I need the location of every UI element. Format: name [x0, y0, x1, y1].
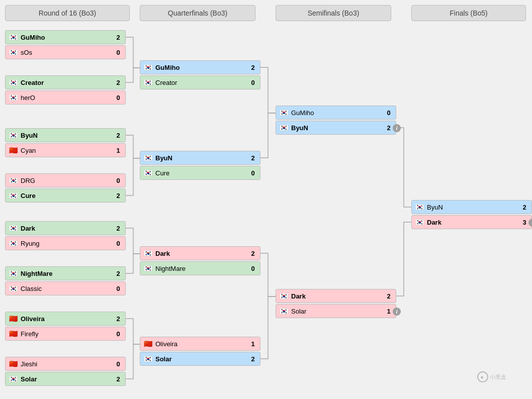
bracket-container: Round of 16 (Bo3) Quarterfinals (Bo3) Se…	[0, 0, 532, 399]
player-name: ByuN	[291, 124, 384, 132]
final-p1: 🇰🇷 ByuN 2	[411, 200, 532, 214]
player-score: 0	[113, 285, 125, 292]
flag-kr: 🇰🇷	[7, 239, 19, 248]
player-score: 0	[113, 240, 125, 247]
player-name: Classic	[21, 285, 113, 292]
r16-m7p2: 🇨🇳 Firefly 0	[5, 327, 126, 341]
watermark: ♦ 小黑盒	[477, 371, 517, 384]
player-score: 2	[248, 250, 260, 257]
flag-cn: 🇨🇳	[142, 339, 154, 348]
bracket-main: Round of 16 (Bo3) Quarterfinals (Bo3) Se…	[5, 5, 527, 392]
player-name: DRG	[21, 177, 113, 184]
qf-m2p1: 🇰🇷 ByuN 2	[140, 151, 260, 165]
player-name: sOs	[21, 49, 113, 56]
player-score: 2	[248, 355, 260, 363]
flag-kr: 🇰🇷	[142, 168, 154, 177]
flag-kr: 🇰🇷	[142, 354, 154, 363]
player-name: Creator	[155, 79, 248, 86]
header-final: Finals (Bo5)	[411, 5, 526, 21]
qf-m3p2: 🇰🇷 NightMare 0	[140, 261, 260, 275]
r16-m6p1: 🇰🇷 NightMare 2	[5, 266, 126, 280]
flag-cn: 🇨🇳	[7, 329, 19, 338]
player-score: 0	[248, 79, 260, 86]
flag-kr: 🇰🇷	[7, 191, 19, 200]
flag-kr: 🇰🇷	[7, 33, 19, 42]
player-name: NightMare	[155, 265, 248, 272]
player-score: 2	[113, 375, 125, 383]
r16-m1p2: 🇰🇷 sOs 0	[5, 45, 126, 59]
player-name: ByuN	[427, 204, 519, 211]
flag-kr: 🇰🇷	[7, 269, 19, 278]
player-name: Cure	[155, 169, 248, 177]
player-name: Cure	[21, 192, 113, 200]
qf-m4p1: 🇨🇳 Oliveira 1	[140, 337, 260, 351]
flag-kr: 🇰🇷	[278, 291, 290, 301]
player-score: 1	[113, 147, 125, 154]
flag-kr: 🇰🇷	[142, 249, 154, 258]
player-name: GuMiho	[291, 109, 384, 117]
r16-m6p2: 🇰🇷 Classic 0	[5, 281, 126, 295]
sf-m2p1: 🇰🇷 Dark 2	[276, 289, 396, 303]
player-score: 0	[113, 360, 125, 368]
player-name: herO	[21, 94, 113, 102]
sf-m1p1: 🇰🇷 GuMiho 0	[276, 106, 396, 120]
player-name: Oliveira	[155, 340, 248, 348]
flag-kr: 🇰🇷	[7, 93, 19, 102]
flag-kr: 🇰🇷	[7, 284, 19, 293]
player-name: Dark	[21, 225, 113, 232]
player-score: 0	[113, 49, 125, 56]
header-qf: Quarterfinals (Bo3)	[140, 5, 255, 21]
player-score: 2	[248, 64, 260, 71]
svg-text:♦: ♦	[481, 374, 483, 380]
player-name: Dark	[291, 292, 384, 300]
player-name: Creator	[21, 79, 113, 86]
r16-m5p1: 🇰🇷 Dark 2	[5, 221, 126, 235]
player-score: 2	[113, 315, 125, 323]
final-p2: 🇰🇷 Dark 3	[411, 215, 532, 229]
player-score: 2	[384, 292, 396, 300]
sf-m2p2: 🇰🇷 Solar 1	[276, 304, 396, 318]
r16-m3p1: 🇰🇷 ByuN 2	[5, 128, 126, 142]
flag-kr: 🇰🇷	[7, 78, 19, 87]
flag-kr: 🇰🇷	[278, 123, 290, 132]
player-score: 0	[113, 177, 125, 184]
header-sf: Semifinals (Bo3)	[276, 5, 391, 21]
r16-m7p1: 🇨🇳 Oliveira 2	[5, 312, 126, 326]
r16-m8p2: 🇰🇷 Solar 2	[5, 372, 126, 386]
player-score: 2	[113, 192, 125, 200]
flag-kr: 🇰🇷	[413, 203, 425, 212]
r16-m4p1: 🇰🇷 DRG 0	[5, 173, 126, 187]
qf-m1p2: 🇰🇷 Creator 0	[140, 75, 260, 89]
player-score: 2	[113, 34, 125, 41]
flag-cn: 🇨🇳	[7, 359, 19, 368]
flag-kr: 🇰🇷	[7, 224, 19, 233]
r16-m5p2: 🇰🇷 Ryung 0	[5, 236, 126, 250]
player-score: 0	[113, 330, 125, 338]
flag-kr: 🇰🇷	[413, 218, 425, 227]
player-score: 2	[113, 79, 125, 86]
r16-m2p1: 🇰🇷 Creator 2	[5, 75, 126, 89]
player-score: 1	[248, 340, 260, 348]
player-name: Solar	[291, 308, 384, 315]
player-name: Solar	[155, 355, 248, 363]
info-badge-sf2[interactable]: i	[393, 308, 401, 316]
player-score: 2	[248, 154, 260, 162]
flag-kr: 🇰🇷	[142, 153, 154, 162]
info-badge-sf1[interactable]: i	[393, 124, 401, 132]
r16-m2p2: 🇰🇷 herO 0	[5, 90, 126, 105]
player-score: 2	[113, 132, 125, 139]
player-name: Firefly	[21, 330, 113, 338]
qf-m1p1: 🇰🇷 GuMiho 2	[140, 60, 260, 74]
player-name: Dark	[155, 250, 248, 257]
flag-cn: 🇨🇳	[7, 314, 19, 323]
r16-m1p1: 🇰🇷 GuMiho 2	[5, 30, 126, 44]
player-name: Cyan	[21, 147, 113, 154]
player-score: 0	[248, 265, 260, 272]
flag-kr: 🇰🇷	[142, 264, 154, 273]
player-name: GuMiho	[21, 34, 113, 41]
player-name: Ryung	[21, 240, 113, 247]
qf-m4p2: 🇰🇷 Solar 2	[140, 352, 260, 366]
player-score: 2	[113, 270, 125, 277]
player-name: Jieshi	[21, 360, 113, 368]
qf-m3p1: 🇰🇷 Dark 2	[140, 246, 260, 260]
